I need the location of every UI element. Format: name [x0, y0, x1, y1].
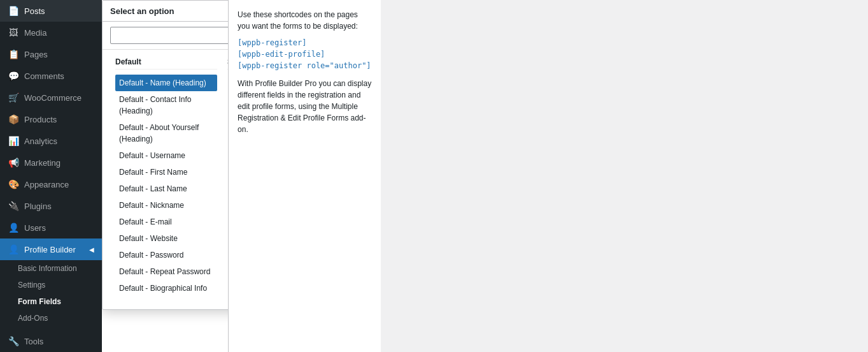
sidebar: 📄 Posts 🖼 Media 📋 Pages 💬 Comments 🛒 Woo… — [0, 0, 102, 352]
dropdown-option-0-7[interactable]: Default - E-mail — [115, 214, 217, 230]
sidebar-item-posts[interactable]: 📄 Posts — [0, 0, 102, 22]
appearance-icon: 🎨 — [8, 179, 19, 190]
sidebar-item-tools[interactable]: 🔧 Tools — [0, 330, 102, 352]
shortcode-edit-profile: [wppb-edit-profile] — [238, 50, 372, 59]
posts-icon: 📄 — [8, 5, 19, 17]
dropdown-option-0-10[interactable]: Default - Repeat Password — [115, 263, 217, 280]
dropdown-modal: Select an option ▲ DefaultDefault - Name… — [102, 0, 228, 310]
tools-icon: 🔧 — [8, 335, 19, 347]
dropdown-column-0: DefaultDefault - Name (Heading)Default -… — [110, 57, 222, 302]
dropdown-option-1-7: Number — [227, 191, 228, 207]
sidebar-sub-item-add-ons[interactable]: Add-Ons — [0, 310, 102, 326]
sidebar-item-woocommerce[interactable]: 🛒 WooCommerce — [0, 87, 102, 108]
sidebar-item-plugins[interactable]: 🔌 Plugins — [0, 195, 102, 217]
sidebar-sub-item-form-fields[interactable]: Form Fields — [0, 293, 102, 310]
dropdown-option-1-11: Select (Multiple) — [227, 257, 228, 274]
collapse-arrow-icon: ◀ — [89, 246, 94, 253]
dropdown-option-1-1[interactable]: Checkbox — [227, 91, 228, 108]
dropdown-columns: DefaultDefault - Name (Heading)Default -… — [103, 50, 228, 309]
dropdown-search-input[interactable] — [110, 27, 228, 44]
pages-icon: 📋 — [8, 48, 19, 60]
dropdown-option-0-8[interactable]: Default - Website — [115, 230, 217, 247]
sidebar-item-analytics[interactable]: 📊 Analytics — [0, 130, 102, 152]
dropdown-option-0-0[interactable]: Default - Name (Heading) — [115, 75, 217, 91]
dropdown-option-0-4[interactable]: Default - First Name — [115, 164, 217, 180]
right-panel: Use these shortcodes on the pages you wa… — [228, 0, 381, 352]
plugins-icon: 🔌 — [8, 200, 19, 212]
dropdown-col-header-1: Standard — [227, 57, 228, 70]
sidebar-item-profile-builder[interactable]: 👤 Profile Builder ◀ — [0, 238, 102, 260]
dropdown-option-0-2[interactable]: Default - About Yourself (Heading) — [115, 119, 217, 147]
dropdown-option-1-4[interactable]: Radio — [227, 141, 228, 158]
dropdown-col-header-0: Default — [115, 57, 217, 70]
dropdown-option-1-2[interactable]: Heading — [227, 108, 228, 124]
dropdown-option-0-3[interactable]: Default - Username — [115, 147, 217, 164]
media-icon: 🖼 — [8, 27, 19, 38]
dropdown-title: Select an option — [110, 6, 174, 16]
sidebar-item-marketing[interactable]: 📢 Marketing — [0, 152, 102, 173]
dropdown-option-0-6[interactable]: Default - Nickname — [115, 197, 217, 214]
sidebar-sub-item-settings[interactable]: Settings — [0, 277, 102, 293]
dropdown-option-1-12: HTML — [227, 274, 228, 290]
sidebar-item-comments[interactable]: 💬 Comments — [0, 65, 102, 87]
sidebar-item-users[interactable]: 👤 Users — [0, 217, 102, 238]
dropdown-column-1: StandardAvatarCheckboxHeadingInputRadioS… — [222, 57, 228, 302]
profile-builder-icon: 👤 — [8, 244, 19, 255]
dropdown-header: Select an option ▲ — [103, 1, 228, 22]
center-area: Field: Add Field # Title 1 Name 2 Userna… — [102, 0, 228, 352]
dropdown-option-0-11[interactable]: Default - Biographical Info — [115, 280, 217, 297]
analytics-icon: 📊 — [8, 135, 19, 147]
dropdown-option-1-5[interactable]: Select — [227, 158, 228, 174]
dropdown-option-1-8: Input (Hidden) — [227, 207, 228, 224]
sidebar-sub-item-basic-information[interactable]: Basic Information — [0, 260, 102, 277]
shortcode-register: [wppb-register] — [238, 38, 372, 47]
dropdown-option-0-5[interactable]: Default - Last Name — [115, 180, 217, 197]
dropdown-option-1-6[interactable]: Textarea — [227, 174, 228, 191]
users-icon: 👤 — [8, 222, 19, 233]
sidebar-item-appearance[interactable]: 🎨 Appearance — [0, 173, 102, 195]
dropdown-option-0-9[interactable]: Default - Password — [115, 247, 217, 263]
right-panel-description: Use these shortcodes on the pages you wa… — [238, 9, 372, 32]
sidebar-item-media[interactable]: 🖼 Media — [0, 22, 102, 43]
sidebar-item-products[interactable]: 📦 Products — [0, 108, 102, 130]
right-panel-note: With Profile Builder Pro you can display… — [238, 78, 372, 135]
shortcode-register-author: [wppb-register role="author"] — [238, 61, 372, 70]
sidebar-item-pages[interactable]: 📋 Pages — [0, 43, 102, 65]
dropdown-search-area — [103, 22, 228, 50]
products-icon: 📦 — [8, 114, 19, 125]
dropdown-option-1-3[interactable]: Input — [227, 124, 228, 141]
dropdown-option-1-0[interactable]: Avatar — [227, 75, 228, 91]
dropdown-option-1-10: WYSIWYG — [227, 240, 228, 257]
woocommerce-icon: 🛒 — [8, 92, 19, 103]
dropdown-option-0-1[interactable]: Default - Contact Info (Heading) — [115, 91, 217, 119]
dropdown-option-1-9: Language — [227, 224, 228, 240]
comments-icon: 💬 — [8, 70, 19, 82]
marketing-icon: 📢 — [8, 157, 19, 168]
